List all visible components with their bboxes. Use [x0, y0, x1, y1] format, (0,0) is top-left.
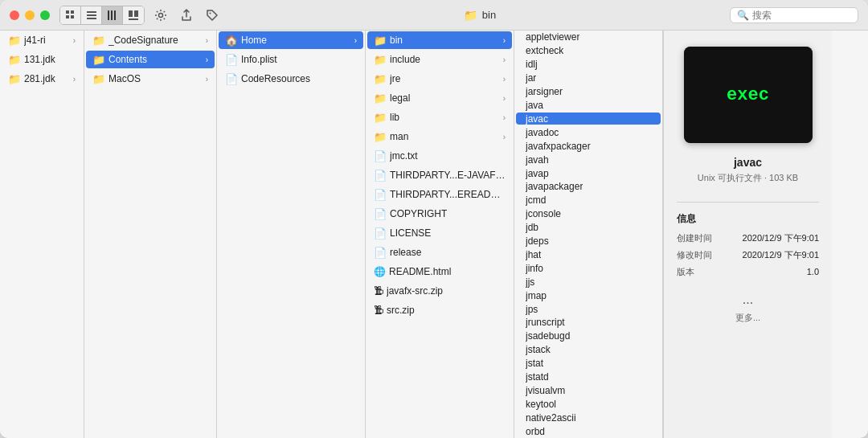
list-item[interactable]: jar [516, 72, 661, 84]
list-item[interactable]: 📄 Info.plist [219, 51, 363, 68]
list-item[interactable]: javah [516, 154, 661, 166]
share-button[interactable] [175, 6, 198, 25]
modified-row: 修改时间 2020/12/9 下午9:01 [677, 249, 819, 261]
list-item[interactable]: 📁 Contents › [86, 51, 215, 68]
folder-icon: 📁 [374, 112, 387, 124]
view-mode-switcher [59, 6, 145, 25]
titlebar: 📁 bin 🔍 [0, 0, 868, 31]
search-box[interactable]: 🔍 [730, 7, 858, 23]
list-item[interactable]: javap [516, 167, 661, 179]
column-view-button[interactable] [102, 6, 123, 24]
list-item[interactable]: keytool [516, 398, 661, 410]
list-item[interactable]: javafxpackager [516, 140, 661, 152]
release-item[interactable]: 📄 release [367, 244, 512, 261]
list-item[interactable]: javadoc [516, 126, 661, 138]
list-item[interactable]: 🗜 javafx-src.zip [367, 282, 512, 300]
list-item[interactable]: 🏠 Home › [219, 31, 363, 49]
list-item[interactable]: 📄 THIRDPARTY...EREADME.txt [367, 186, 512, 203]
list-item[interactable]: jvisualvm [516, 385, 661, 397]
preview-filename: javac [734, 156, 762, 169]
list-item[interactable]: jstatd [516, 371, 661, 383]
list-item[interactable]: 📄 CodeResources [219, 70, 363, 88]
list-item[interactable]: 📁 MacOS › [86, 70, 215, 88]
chevron-right-icon: › [503, 55, 506, 64]
javac-item[interactable]: javac ◀ [516, 113, 661, 125]
close-button[interactable] [10, 10, 19, 20]
chevron-right-icon: › [206, 75, 208, 84]
list-item[interactable]: jhat [516, 249, 661, 261]
list-item[interactable]: jarsigner [516, 86, 661, 98]
list-item[interactable]: 🗜 src.zip [367, 301, 512, 319]
search-input[interactable] [752, 10, 851, 21]
chevron-right-icon: › [206, 36, 208, 45]
folder-icon: 📁 [374, 35, 387, 47]
list-item[interactable]: 📁 lib › [367, 108, 512, 126]
list-item[interactable]: javapackager [516, 181, 661, 193]
list-item[interactable]: jstack [516, 344, 661, 356]
svg-rect-4 [87, 11, 96, 13]
list-item[interactable]: 📄 LICENSE [367, 224, 512, 242]
list-item[interactable]: jjs [516, 276, 661, 288]
copyright-item[interactable]: 📄 COPYRIGHT [367, 205, 512, 223]
list-item[interactable]: 📄 jmc.txt [367, 147, 512, 165]
list-item[interactable]: 📁 include › [367, 51, 512, 68]
list-item[interactable]: 🌐 README.html [367, 263, 512, 280]
maximize-button[interactable] [40, 10, 50, 20]
list-item[interactable]: jstat [516, 358, 661, 370]
folder-icon: 📁 [374, 54, 387, 66]
settings-button[interactable] [149, 6, 172, 25]
chevron-right-icon: › [73, 75, 76, 84]
more-dots-icon: ··· [743, 296, 753, 310]
list-item[interactable]: jinfo [516, 262, 661, 274]
minimize-button[interactable] [25, 10, 35, 20]
list-item[interactable]: idlj [516, 59, 661, 71]
column-1: 📁 j41-ri › 📁 131.jdk 📁 281.jdk › [0, 31, 84, 438]
list-item[interactable]: java [516, 100, 661, 112]
svg-rect-11 [134, 10, 138, 17]
list-item[interactable]: 📁 131.jdk [2, 51, 82, 68]
list-item[interactable]: jps [516, 303, 661, 315]
list-item[interactable]: native2ascii [516, 411, 661, 424]
more-section[interactable]: ··· 更多... [735, 296, 760, 324]
folder-icon: 📁 [374, 131, 387, 143]
list-item[interactable]: jdb [516, 222, 661, 234]
folder-icon: 📁 [92, 54, 105, 66]
chevron-right-icon: › [503, 133, 506, 141]
file-icon: 📄 [374, 150, 387, 162]
gallery-view-button[interactable] [123, 6, 144, 24]
list-item[interactable]: 📁 281.jdk › [2, 70, 82, 88]
zip-file-icon: 🗜 [374, 305, 383, 316]
list-item[interactable]: jdeps [516, 235, 661, 248]
list-item[interactable]: 📁 bin › [367, 31, 512, 49]
list-item[interactable]: jconsole [516, 208, 661, 220]
folder-icon: 📁 [374, 73, 387, 85]
list-item[interactable]: extcheck [516, 45, 661, 57]
list-item[interactable]: orbd [516, 425, 661, 437]
created-value: 2020/12/9 下午9:01 [743, 232, 819, 244]
icon-view-button[interactable] [60, 6, 81, 24]
list-item[interactable]: appletviewer [516, 31, 661, 43]
list-item[interactable]: jmap [516, 289, 661, 301]
tag-button[interactable] [201, 6, 223, 25]
list-item[interactable]: 📁 man › [367, 128, 512, 145]
created-row: 创建时间 2020/12/9 下午9:01 [677, 232, 819, 244]
file-icon: 📄 [374, 170, 387, 182]
svg-rect-9 [114, 10, 116, 20]
list-item[interactable]: 📁 legal › [367, 89, 512, 107]
svg-point-14 [210, 12, 211, 14]
list-item[interactable]: jrunscript [516, 317, 661, 329]
list-item[interactable]: jcmd [516, 194, 661, 207]
svg-rect-7 [108, 10, 109, 20]
folder-icon: 📁 [374, 92, 387, 104]
folder-icon: 📁 [8, 54, 21, 66]
title-folder-icon: 📁 [464, 9, 477, 22]
list-item[interactable]: 📁 _CodeSignature › [86, 31, 215, 49]
folder-icon: 📁 [92, 35, 105, 47]
list-item[interactable]: 📁 j41-ri › [2, 31, 82, 49]
list-item[interactable]: 📄 THIRDPARTY...E-JAVAFX.txt [367, 166, 512, 184]
content-area: 📁 j41-ri › 📁 131.jdk 📁 281.jdk › 📁 _Code… [0, 31, 868, 438]
list-view-button[interactable] [81, 6, 102, 24]
list-item[interactable]: 📁 jre › [367, 70, 512, 88]
chevron-right-icon: › [503, 75, 506, 84]
list-item[interactable]: jsadebugd [516, 330, 661, 342]
